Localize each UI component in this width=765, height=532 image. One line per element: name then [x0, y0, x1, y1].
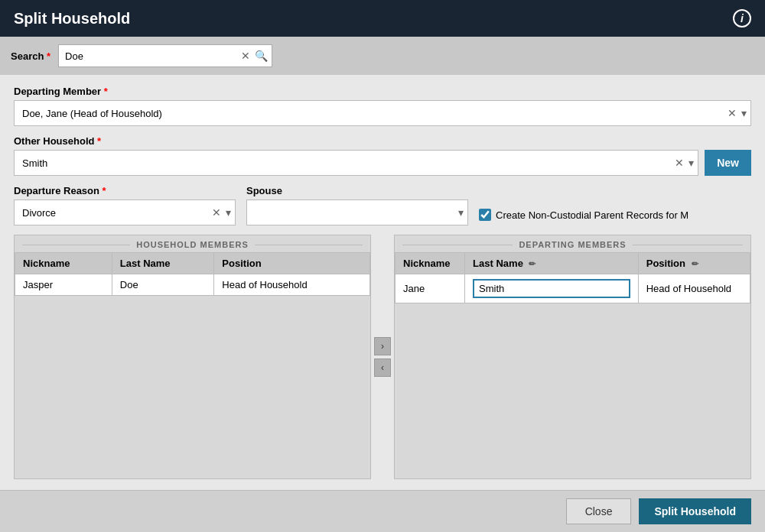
- footer: Close Split Household: [0, 490, 765, 532]
- tables-section: HOUSEHOLD MEMBERS Nickname Last Name Pos…: [14, 235, 751, 479]
- household-members-panel: HOUSEHOLD MEMBERS Nickname Last Name Pos…: [14, 235, 371, 479]
- main-content: Departing Member * ✕ ▾ Other Household *…: [0, 75, 765, 490]
- dm-nickname-cell: Jane: [396, 274, 465, 303]
- checkbox-label: Create Non-Custodial Parent Records for …: [496, 209, 688, 221]
- departing-members-table: Nickname Last Name ✏ Position ✏ Jane: [395, 252, 750, 303]
- departing-member-dropdown-icon[interactable]: ▾: [741, 107, 747, 119]
- other-household-wrapper: ✕ ▾: [14, 150, 698, 176]
- info-icon[interactable]: i: [733, 9, 751, 28]
- departure-reason-input[interactable]: [14, 200, 236, 225]
- position-edit-icon[interactable]: ✏: [692, 259, 698, 268]
- new-button[interactable]: New: [705, 150, 751, 176]
- move-right-button[interactable]: ›: [374, 337, 391, 355]
- dm-lastname-cell[interactable]: [465, 274, 639, 303]
- spouse-wrapper: ▾: [246, 200, 468, 225]
- departing-member-actions: ✕ ▾: [728, 107, 747, 119]
- departing-member-wrapper: ✕ ▾: [14, 100, 751, 126]
- hm-position-header: Position: [214, 253, 370, 274]
- hm-lastname-header: Last Name: [112, 253, 214, 274]
- dm-position-header: Position ✏: [638, 253, 750, 274]
- departing-members-label: DEPARTING MEMBERS: [395, 235, 750, 252]
- departing-member-clear-icon[interactable]: ✕: [728, 107, 737, 119]
- checkbox-wrapper: Create Non-Custodial Parent Records for …: [479, 209, 751, 225]
- search-icon[interactable]: 🔍: [255, 50, 268, 62]
- title-bar: Split Household i: [0, 0, 765, 37]
- split-household-dialog: Split Household i Search * ✕ 🔍 Departing…: [0, 0, 765, 532]
- departing-member-input[interactable]: [14, 100, 751, 126]
- hm-lastname-cell: Doe: [112, 274, 214, 296]
- spouse-section: Spouse ▾: [246, 185, 468, 225]
- split-household-button[interactable]: Split Household: [639, 498, 751, 524]
- table-row[interactable]: Jasper Doe Head of Household: [15, 274, 370, 296]
- dm-lastname-header: Last Name ✏: [465, 253, 639, 274]
- lastname-edit-icon[interactable]: ✏: [529, 259, 536, 268]
- hm-nickname-cell: Jasper: [15, 274, 112, 296]
- search-icons: ✕ 🔍: [241, 50, 268, 62]
- departing-member-label: Departing Member *: [14, 86, 751, 97]
- household-members-label: HOUSEHOLD MEMBERS: [15, 235, 370, 252]
- dm-nickname-header: Nickname: [396, 253, 465, 274]
- hm-nickname-header: Nickname: [15, 253, 112, 274]
- departure-reason-dropdown-icon[interactable]: ▾: [226, 206, 231, 219]
- other-household-clear-icon[interactable]: ✕: [675, 157, 684, 169]
- departure-row: Departure Reason * ✕ ▾ Spouse ▾: [14, 185, 751, 225]
- spouse-input[interactable]: [246, 200, 468, 225]
- table-row[interactable]: Jane Head of Household: [396, 274, 750, 303]
- other-household-row: ✕ ▾ New: [14, 150, 751, 176]
- arrow-buttons: › ‹: [371, 235, 394, 479]
- close-button[interactable]: Close: [566, 498, 632, 524]
- household-members-table-wrapper: Nickname Last Name Position Jasper Doe H…: [15, 252, 370, 478]
- departing-members-table-wrapper: Nickname Last Name ✏ Position ✏ Jane: [395, 252, 750, 478]
- household-members-table: Nickname Last Name Position Jasper Doe H…: [15, 252, 370, 296]
- dialog-title: Split Household: [14, 10, 130, 28]
- search-bar: Search * ✕ 🔍: [0, 37, 765, 75]
- other-household-actions: ✕ ▾: [675, 157, 694, 169]
- spouse-label: Spouse: [246, 185, 468, 196]
- clear-search-icon[interactable]: ✕: [241, 50, 250, 62]
- dm-lastname-input[interactable]: [473, 279, 630, 298]
- other-household-section: Other Household * ✕ ▾ New: [14, 135, 751, 176]
- move-left-button[interactable]: ‹: [374, 358, 391, 377]
- departure-reason-wrapper: ✕ ▾: [14, 200, 236, 225]
- other-household-input[interactable]: [14, 150, 698, 176]
- departing-members-panel: DEPARTING MEMBERS Nickname Last Name ✏ P…: [394, 235, 751, 479]
- hm-position-cell: Head of Household: [214, 274, 370, 296]
- dm-position-cell: Head of Household: [638, 274, 750, 303]
- departure-reason-actions: ✕ ▾: [212, 206, 231, 219]
- departure-reason-label: Departure Reason *: [14, 185, 236, 196]
- spouse-actions: ▾: [458, 206, 464, 219]
- other-household-dropdown-icon[interactable]: ▾: [688, 157, 694, 169]
- departing-member-section: Departing Member * ✕ ▾: [14, 86, 751, 126]
- spouse-dropdown-icon[interactable]: ▾: [458, 206, 464, 219]
- departure-reason-section: Departure Reason * ✕ ▾: [14, 185, 236, 225]
- non-custodial-checkbox[interactable]: [479, 209, 491, 221]
- departure-reason-clear-icon[interactable]: ✕: [212, 206, 221, 219]
- search-input-wrapper: ✕ 🔍: [58, 44, 272, 67]
- other-household-label: Other Household *: [14, 135, 751, 147]
- search-input[interactable]: [58, 44, 272, 67]
- search-label: Search *: [11, 50, 50, 62]
